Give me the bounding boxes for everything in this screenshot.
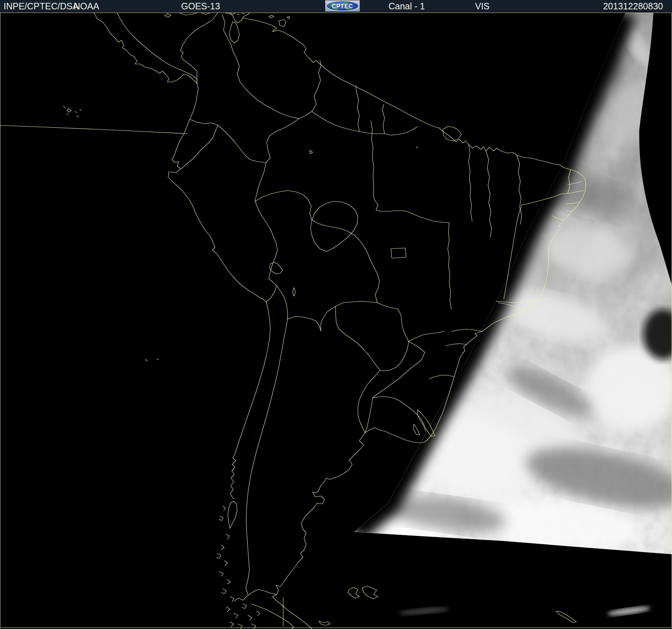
caribbean-islands: [165, 13, 290, 27]
satellite-product: INPE/CPTEC/DSA NOAA GOES-13 Canal - 1 VI…: [0, 0, 672, 629]
cptec-logo-icon: CPTEC: [325, 0, 360, 12]
timestamp-label: 201312280830: [603, 1, 663, 11]
cptec-logo-text: CPTEC: [332, 3, 353, 9]
header-bar: INPE/CPTEC/DSA NOAA GOES-13 Canal - 1 VI…: [0, 0, 672, 12]
band-label: VIS: [475, 1, 489, 11]
agency-label: NOAA: [74, 1, 99, 11]
galapagos-islands: [63, 106, 81, 117]
patagonia-fjords: [216, 506, 260, 629]
channel-label: Canal - 1: [388, 1, 425, 11]
equator-line: [0, 125, 188, 134]
coastline-north: [180, 13, 461, 141]
south-georgia-island: [556, 611, 576, 623]
south-ocean-cloud-wisp-2: [399, 606, 450, 616]
juan-fernandez-islands: [145, 359, 158, 361]
lakes: [270, 262, 435, 436]
satellite-map-canvas: [0, 12, 672, 629]
falkland-islands: [348, 586, 378, 599]
source-label: INPE/CPTEC/DSA: [4, 1, 78, 11]
coastline-pacific: [168, 83, 270, 528]
south-ocean-cloud-wisp: [607, 605, 650, 617]
satellite-label: GOES-13: [181, 1, 220, 11]
